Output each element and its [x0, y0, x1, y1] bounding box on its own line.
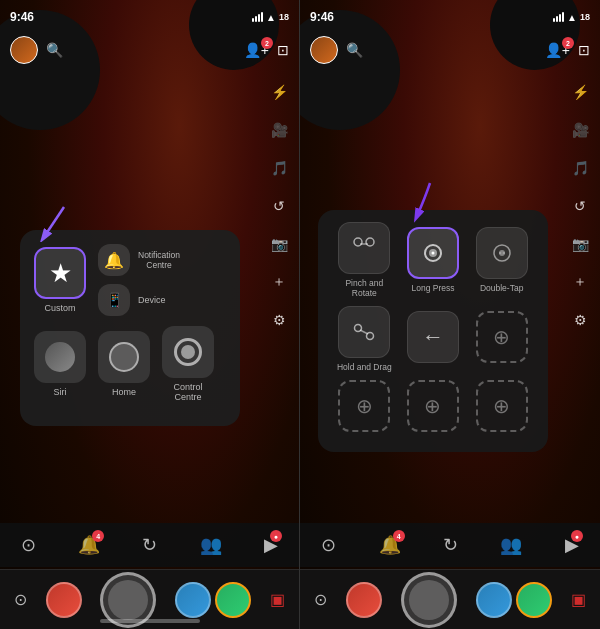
hold-drag-label: Hold and Drag: [337, 362, 392, 372]
video-icon[interactable]: 🎥: [267, 118, 291, 142]
shortcuts-popup: Pinch andRotate Long Press: [318, 210, 548, 452]
add-friend-icon[interactable]: 👤+ 2: [244, 41, 269, 59]
signal-icon-right: [553, 12, 564, 22]
status-icons-right: ▲ 18: [553, 12, 590, 23]
memories-icon-right[interactable]: ▣: [571, 590, 586, 609]
home-label: Home: [112, 387, 136, 397]
shortcut-long-press[interactable]: Long Press: [399, 227, 467, 293]
tab-camera-right[interactable]: ⊙: [321, 534, 336, 556]
camera-icon-right[interactable]: 📷: [568, 232, 592, 256]
menu-item-custom[interactable]: ★ Custom: [34, 247, 86, 313]
story-right-3[interactable]: [516, 582, 552, 618]
camera-bottom-right[interactable]: ⊙: [314, 590, 327, 609]
shortcuts-row-2: Hold and Drag ← ⊕: [330, 306, 536, 372]
shortcut-pinch-rotate[interactable]: Pinch andRotate: [330, 222, 398, 298]
story-3[interactable]: [215, 582, 251, 618]
right-sidebar-right: ⚡ 🎥 🎵 ↺ 📷 ＋ ⚙: [568, 80, 592, 332]
siri-label: Siri: [54, 387, 67, 397]
tab-snap[interactable]: ↻: [142, 534, 157, 556]
capture-button-right[interactable]: [401, 572, 457, 628]
purple-arrow-icon: [34, 202, 94, 242]
tab-spotlight-right[interactable]: ▶ ●: [565, 534, 579, 556]
status-bar-left: 9:46 ▲ 18: [0, 0, 299, 28]
double-tap-icon: [476, 227, 528, 279]
story-right-2[interactable]: [476, 582, 512, 618]
svg-line-14: [360, 330, 368, 334]
music-icon-right[interactable]: 🎵: [568, 156, 592, 180]
menu-item-siri[interactable]: Siri: [34, 331, 86, 397]
tab-snap-right[interactable]: ↻: [443, 534, 458, 556]
shortcut-add-2[interactable]: ⊕: [330, 380, 398, 432]
plus-icon-right[interactable]: ＋: [568, 270, 592, 294]
time-right: 9:46: [310, 10, 334, 24]
wifi-icon: ▲: [266, 12, 276, 23]
top-nav-left: 🔍 👤+ 2 ⊡: [0, 28, 299, 72]
add-friend-icon-right[interactable]: 👤+ 2: [545, 41, 570, 59]
svg-point-2: [354, 238, 362, 246]
shortcuts-row-1: Pinch andRotate Long Press: [330, 222, 536, 298]
shortcuts-row-3: ⊕ ⊕ ⊕: [330, 380, 536, 432]
nav-right-right: 👤+ 2 ⊡: [545, 41, 590, 59]
menu-item-home[interactable]: Home: [98, 331, 150, 397]
long-press-label: Long Press: [411, 283, 454, 293]
shortcut-back[interactable]: ←: [399, 311, 467, 367]
accessibility-menu: ★ Custom 🔔 NotificationCentre 📱 Device: [20, 230, 240, 426]
pinch-rotate-icon: [338, 222, 390, 274]
story-1[interactable]: [46, 582, 82, 618]
shortcut-add-3[interactable]: ⊕: [399, 380, 467, 432]
avatar-left[interactable]: [10, 36, 38, 64]
video-icon-right[interactable]: 🎥: [568, 118, 592, 142]
scan-icon-right[interactable]: ⊡: [578, 42, 590, 58]
tab-bar-right: ⊙ 🔔 4 ↻ 👥 ▶ ●: [300, 523, 600, 567]
custom-label: Custom: [44, 303, 75, 313]
battery-right: 18: [580, 12, 590, 22]
add-shortcut-icon-2: ⊕: [338, 380, 390, 432]
settings-capture-icon[interactable]: ⚙: [267, 308, 291, 332]
music-icon[interactable]: 🎵: [267, 156, 291, 180]
tab-camera[interactable]: ⊙: [21, 534, 36, 556]
tab-friends[interactable]: 👥: [200, 534, 222, 556]
shortcut-hold-drag[interactable]: Hold and Drag: [330, 306, 398, 372]
tab-chat-right[interactable]: 🔔 4: [379, 534, 401, 556]
status-bar-right: 9:46 ▲ 18: [300, 0, 600, 28]
plus-icon[interactable]: ＋: [267, 270, 291, 294]
tab-friends-right[interactable]: 👥: [500, 534, 522, 556]
tab-spotlight[interactable]: ▶ ●: [264, 534, 278, 556]
search-icon[interactable]: 🔍: [46, 42, 63, 58]
svg-point-11: [503, 252, 505, 254]
add-shortcut-icon-4: ⊕: [476, 380, 528, 432]
memories-icon[interactable]: ▣: [270, 590, 285, 609]
nav-left-group: 🔍: [10, 36, 63, 64]
left-panel: 9:46 ▲ 18 🔍 👤+ 2 ⊡ ⚡ 🎥 �: [0, 0, 300, 629]
shortcut-double-tap[interactable]: Double-Tap: [468, 227, 536, 293]
shortcut-add-4[interactable]: ⊕: [468, 380, 536, 432]
top-nav-right: 🔍 👤+ 2 ⊡: [300, 28, 600, 72]
story-2[interactable]: [175, 582, 211, 618]
hold-drag-icon: [338, 306, 390, 358]
add-shortcut-icon-1: ⊕: [476, 311, 528, 363]
menu-item-notification[interactable]: 🔔 NotificationCentre: [98, 244, 180, 276]
arrow-to-longpress-icon: [395, 178, 445, 223]
siri-icon: [34, 331, 86, 383]
scan-icon[interactable]: ⊡: [277, 42, 289, 58]
control-centre-label: ControlCentre: [173, 382, 202, 402]
time-left: 9:46: [10, 10, 34, 24]
avatar-right[interactable]: [310, 36, 338, 64]
add-shortcut-icon-3: ⊕: [407, 380, 459, 432]
flash-icon[interactable]: ⚡: [267, 80, 291, 104]
settings-icon-right[interactable]: ⚙: [568, 308, 592, 332]
camera-bottom-icon[interactable]: ⊙: [14, 590, 27, 609]
menu-item-device[interactable]: 📱 Device: [98, 284, 180, 316]
flash-icon-right[interactable]: ⚡: [568, 80, 592, 104]
device-icon: 📱: [98, 284, 130, 316]
notification-icon: 🔔: [98, 244, 130, 276]
camera-icon[interactable]: 📷: [267, 232, 291, 256]
rotate-icon[interactable]: ↺: [267, 194, 291, 218]
menu-item-control-centre[interactable]: ControlCentre: [162, 326, 214, 402]
tab-chat[interactable]: 🔔 4: [78, 534, 100, 556]
search-icon-right[interactable]: 🔍: [346, 42, 363, 58]
rotate-icon-right[interactable]: ↺: [568, 194, 592, 218]
shortcut-add-1[interactable]: ⊕: [468, 311, 536, 367]
right-panel: 9:46 ▲ 18 🔍 👤+ 2 ⊡ ⚡ 🎥 �: [300, 0, 600, 629]
story-right-1[interactable]: [346, 582, 382, 618]
